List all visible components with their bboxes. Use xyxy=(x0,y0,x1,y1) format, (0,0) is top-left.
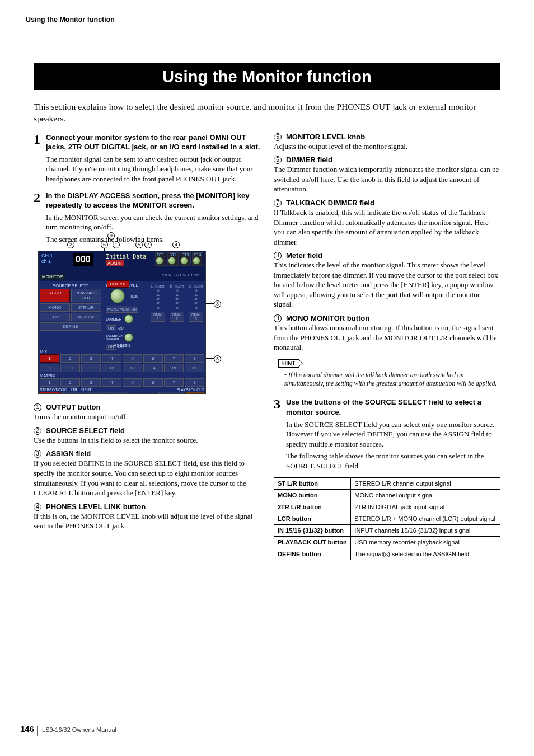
btn-lcr[interactable]: LCR xyxy=(40,313,70,321)
sub2-body: Use the buttons in this field to select … xyxy=(34,435,260,445)
sub9-body: This button allows monaural monitoring. … xyxy=(274,323,500,353)
step3-heading: Use the buttons of the SOURCE SELECT fie… xyxy=(286,397,500,417)
step1-heading: Connect your monitor system to the rear … xyxy=(46,133,260,152)
intro-text: This section explains how to select the … xyxy=(34,101,500,125)
table-row: IN 15/16 {31/32} buttonINPUT channels 15… xyxy=(274,525,500,537)
callout-7: 7 xyxy=(144,241,152,248)
table-key: PLAYBACK OUT button xyxy=(274,537,351,548)
table-val: STEREO L/R + MONO channel (LCR) output s… xyxy=(351,513,500,525)
step2-body1: In the MONITOR screen you can check the … xyxy=(46,213,260,232)
callout-4: 4 xyxy=(172,241,180,248)
callout-8: 8 xyxy=(214,300,221,308)
callout-6: 6 xyxy=(101,241,108,248)
callout-3: 3 xyxy=(214,355,221,363)
port-omni1[interactable]: OMNI 1 xyxy=(151,312,165,322)
circ-8: 8 xyxy=(274,252,282,260)
port-omni3[interactable]: OMNI 3 xyxy=(189,312,203,322)
table-val: MONO channel output signal xyxy=(351,490,500,501)
manual-name: LS9-16/32 Owner's Manual xyxy=(42,726,116,733)
sub4-body: If this is on, the MONITOR LEVEL knob wi… xyxy=(34,511,260,531)
output-button[interactable]: OUTPUT xyxy=(107,280,129,288)
sub6-body: The Dimmer function which temporarily at… xyxy=(274,165,500,194)
sub8-title: Meter field xyxy=(286,251,322,260)
sub7-body: If Talkback is enabled, this will indica… xyxy=(274,208,500,247)
sub1-title: OUTPUT button xyxy=(46,403,100,411)
table-row: LCR buttonSTEREO L/R + MONO channel (LCR… xyxy=(274,513,500,525)
sub4-title: PHONES LEVEL LINK button xyxy=(46,503,146,511)
table-row: MONO buttonMONO channel output signal xyxy=(274,490,500,501)
btn-define[interactable]: DEFINE xyxy=(40,322,101,331)
sub7-title: TALKBACK DIMMER field xyxy=(286,199,374,207)
section-title: Using the Monitor function xyxy=(34,63,500,90)
scr-st-group: ST1 ST2 ST3 ST4 xyxy=(155,252,203,266)
circ-1: 1 xyxy=(34,403,41,411)
clear-all-button[interactable]: CLEAR ALL xyxy=(185,392,204,394)
table-key: IN 15/16 {31/32} button xyxy=(274,525,351,537)
circ-7: 7 xyxy=(274,199,282,207)
circ-4: 4 xyxy=(34,503,41,511)
circ-6: 6 xyxy=(274,156,282,164)
callout-1: 1 xyxy=(113,241,120,248)
table-key: DEFINE button xyxy=(274,548,351,560)
step2-body2: The screen contains the following items. xyxy=(46,234,260,245)
sub6-title: DIMMER field xyxy=(286,156,332,164)
tb-dimmer-knob[interactable] xyxy=(124,333,133,342)
dimmer-on[interactable]: ON xyxy=(106,325,116,331)
dimmer-knob[interactable] xyxy=(124,314,133,323)
table-val: STEREO L/R channel output signal xyxy=(351,478,500,490)
page-number: 146 xyxy=(20,724,34,734)
btn-st-lr[interactable]: ST L/R xyxy=(40,289,70,302)
btn-mono[interactable]: MONO xyxy=(40,303,70,312)
step-number-3: 3 xyxy=(274,397,283,471)
monitor-level-knob[interactable] xyxy=(110,289,125,303)
source-select-panel: SOURCE SELECT ST L/R PLAYBACK OUT MONO 2… xyxy=(40,283,101,332)
assign-field: ASSIGN MIX 1 2 3 4 5 6 7 8 xyxy=(40,342,204,394)
step3-body2: The following table shows the monitor so… xyxy=(286,451,500,471)
btn-playback[interactable]: PLAYBACK OUT xyxy=(71,289,101,302)
table-key: ST L/R button xyxy=(274,478,351,490)
monitor-level-panel: MONITOR LEVEL 0.00 MONO MONITOR DIMMER xyxy=(106,283,138,350)
hint-text: If the normal dimmer and the talkback di… xyxy=(279,368,500,389)
hint-label: HINT xyxy=(278,359,299,368)
sub5-title: MONITOR LEVEL knob xyxy=(286,133,365,141)
sub3-body: If you selected DEFINE in the SOURCE SEL… xyxy=(34,458,260,497)
source-select-table: ST L/R buttonSTEREO L/R channel output s… xyxy=(274,477,500,560)
port-omni2[interactable]: OMNI 2 xyxy=(170,312,184,322)
circ-9: 9 xyxy=(274,314,282,322)
sub5-body: Adjusts the output level of the monitor … xyxy=(274,142,500,152)
circ-2: 2 xyxy=(34,427,41,435)
btn-2tr[interactable]: 2TR L/R xyxy=(71,303,101,312)
table-val: 2TR IN DIGITAL jack input signal xyxy=(351,501,500,513)
btn-in3132[interactable]: IN 31/32 xyxy=(71,313,101,321)
table-key: 2TR L/R button xyxy=(274,501,351,513)
monitor-screen-figure: 2 6 1 5 7 4 9 8 3 xyxy=(38,251,260,394)
table-val: The signal(s) selected in the ASSIGN fie… xyxy=(351,548,500,560)
step1-body: The monitor signal can be sent to any de… xyxy=(46,154,260,184)
hint-box: HINT If the normal dimmer and the talkba… xyxy=(274,359,500,389)
callout-5: 5 xyxy=(135,241,143,248)
table-row: PLAYBACK OUT buttonUSB memory recorder p… xyxy=(274,537,500,548)
circ-5: 5 xyxy=(274,133,282,141)
mono-monitor-button[interactable]: MONO MONITOR xyxy=(106,306,138,313)
page-footer: 146 LS9-16/32 Owner's Manual xyxy=(20,724,116,734)
table-val: USB memory recorder playback signal xyxy=(351,537,500,548)
table-val: INPUT channels 15/16 {31/32} input signa… xyxy=(351,525,500,537)
callout-2: 2 xyxy=(67,241,74,248)
scr-monitor-tab: MONITOR xyxy=(40,274,65,280)
sub2-title: SOURCE SELECT field xyxy=(46,426,125,435)
meter-field: L -OVER -6 -12 -18 -30 -60 OMNI 1 R -OVE… xyxy=(151,285,203,322)
sub8-body: This indicates the level of the monitor … xyxy=(274,260,500,309)
sub1-body: Turns the monitor output on/off. xyxy=(34,412,260,422)
scr-ch1b: ch 1 xyxy=(41,259,53,264)
scr-phones-link: PHONES LEVEL LINK xyxy=(160,273,200,277)
monitor-screen-mock: CH 1 ch 1 000 Initial Data ADMIN ST1 ST2… xyxy=(38,251,206,394)
table-row: DEFINE buttonThe signal(s) selected in t… xyxy=(274,548,500,560)
table-row: ST L/R buttonSTEREO L/R channel output s… xyxy=(274,478,500,490)
step-2: 2 In the DISPLAY ACCESS section, press t… xyxy=(34,191,260,245)
step-number-1: 1 xyxy=(34,133,43,184)
table-row: 2TR L/R button2TR IN DIGITAL jack input … xyxy=(274,501,500,513)
footer-rule xyxy=(37,726,38,736)
step-number-2: 2 xyxy=(34,191,43,245)
scr-admin: ADMIN xyxy=(106,260,124,266)
table-key: LCR button xyxy=(274,513,351,525)
